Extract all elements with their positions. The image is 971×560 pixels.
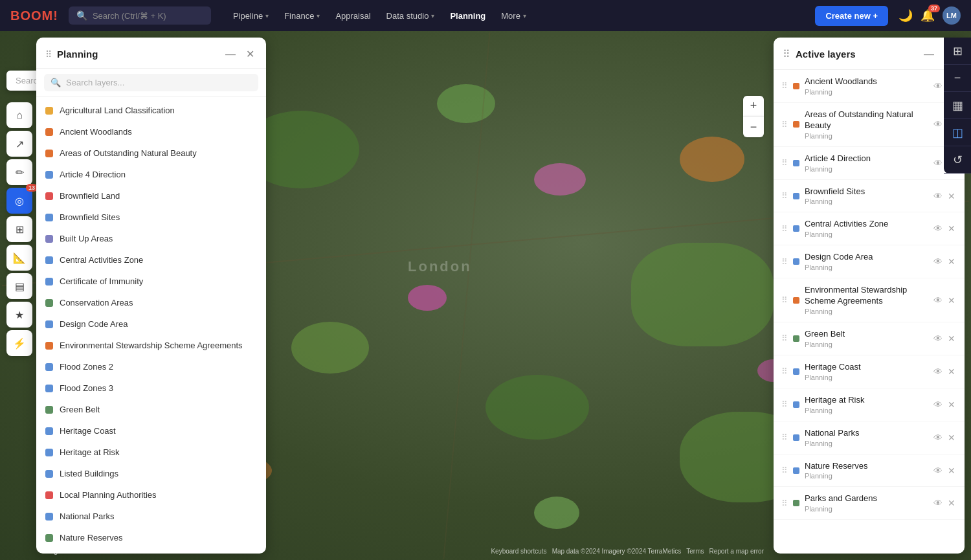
nav-data-studio[interactable]: Data studio ▾ [380,7,441,25]
layer-list-item[interactable]: Nature Reserves [36,527,266,548]
active-layer-remove-button[interactable]: ✕ [946,464,957,477]
active-layer-item[interactable]: ⠿ Parks and Gardens Planning 👁 ✕ [774,487,965,520]
active-layer-item[interactable]: ⠿ Ancient Woodlands Planning 👁 ✕ [774,70,965,103]
layer-list-item[interactable]: Local Planning Authorities [36,484,266,506]
sidebar-home-button[interactable]: ⌂ [6,102,32,128]
active-layer-visibility-button[interactable]: 👁 [932,222,944,235]
sidebar-draw-button[interactable]: ✏ [6,159,32,185]
zoom-in-button[interactable]: + [743,96,764,117]
layer-list-item[interactable]: Agricultural Land Classification [36,100,266,121]
active-layer-item[interactable]: ⠿ Brownfield Sites Planning 👁 ✕ [774,180,965,213]
zoom-out-button[interactable]: − [743,117,764,137]
layer-list-item[interactable]: Brownfield Sites [36,207,266,228]
active-layer-visibility-button[interactable]: 👁 [932,80,944,93]
active-layer-item[interactable]: ⠿ Environmental Stewardship Scheme Agree… [774,278,965,322]
layer-color-dot [45,299,53,307]
layer-list-item[interactable]: Built Up Areas [36,228,266,249]
layer-list-item[interactable]: Design Code Area [36,313,266,335]
sidebar-lightning-button[interactable]: ⚡ [6,330,32,356]
layer-list-item[interactable]: Brownfield Land [36,185,266,207]
active-layer-remove-button[interactable]: ✕ [946,190,957,203]
active-layer-actions: 👁 ✕ [932,464,957,477]
layer-list-item[interactable]: Flood Zones 2 [36,356,266,377]
active-layer-remove-button[interactable]: ✕ [946,332,957,345]
active-layer-remove-button[interactable]: ✕ [946,222,957,235]
layer-list-item[interactable]: Central Activities Zone [36,249,266,271]
active-layer-remove-button[interactable]: ✕ [946,365,957,378]
layer-list-item[interactable]: Parks and Gardens [36,548,266,554]
active-layer-remove-button[interactable]: ✕ [946,497,957,510]
user-avatar[interactable]: LM [943,6,961,25]
layer-list-item[interactable]: Heritage at Risk [36,442,266,463]
active-layer-visibility-button[interactable]: 👁 [932,398,944,411]
active-layer-item[interactable]: ⠿ Design Code Area Planning 👁 ✕ [774,245,965,278]
layer-list-item[interactable]: Areas of Outstanding Natural Beauty [36,142,266,164]
planning-panel-minimize-button[interactable]: — [223,47,238,62]
sidebar-layers-button[interactable]: ▤ [6,273,32,299]
active-layer-item[interactable]: ⠿ Heritage at Risk Planning 👁 ✕ [774,388,965,421]
layer-list-item[interactable]: Article 4 Direction [36,164,266,185]
active-layer-visibility-button[interactable]: 👁 [932,157,944,170]
layer-color-dot [45,491,53,499]
create-new-button[interactable]: Create new + [815,6,888,26]
layer-list-item[interactable]: Certificate of Immunity [36,271,266,292]
active-layer-visibility-button[interactable]: 👁 [932,431,944,444]
layer-list-item[interactable]: Environmental Stewardship Scheme Agreeme… [36,335,266,356]
right-edge-grid-button[interactable]: ⊞ [944,38,971,65]
notifications-icon[interactable]: 🔔 37 [921,8,935,23]
layer-list-item[interactable]: Flood Zones 3 [36,377,266,399]
active-layer-item[interactable]: ⠿ Heritage Coast Planning 👁 ✕ [774,355,965,388]
report-link[interactable]: Report a map error [709,548,764,555]
global-search-input[interactable] [93,11,196,21]
layer-list-item[interactable]: Ancient Woodlands [36,121,266,142]
active-layer-remove-button[interactable]: ✕ [946,294,957,307]
active-layer-visibility-button[interactable]: 👁 [932,332,944,345]
right-edge-table-button[interactable]: ▦ [944,92,971,119]
layer-item-name: Ancient Woodlands [60,127,132,137]
active-layer-visibility-button[interactable]: 👁 [932,497,944,510]
theme-toggle-icon[interactable]: 🌙 [898,8,913,23]
layer-search-input[interactable] [66,78,252,87]
sidebar-measure-button[interactable]: 📐 [6,245,32,271]
active-layer-item[interactable]: ⠿ Article 4 Direction Planning 👁 ✕ [774,147,965,180]
layer-list-item[interactable]: Conservation Areas [36,292,266,313]
global-search[interactable]: 🔍 [69,6,211,25]
active-layer-item[interactable]: ⠿ Areas of Outstanding Natural Beauty Pl… [774,103,965,147]
right-edge-minus-button[interactable]: − [944,65,971,92]
active-layer-visibility-button[interactable]: 👁 [932,294,944,307]
active-layer-visibility-button[interactable]: 👁 [932,190,944,203]
layer-list-item[interactable]: National Parks [36,506,266,527]
sidebar-star-button[interactable]: ★ [6,302,32,328]
active-layer-remove-button[interactable]: ✕ [946,255,957,268]
right-edge-history-button[interactable]: ↺ [944,146,971,174]
sidebar-navigate-button[interactable]: ↗ [6,131,32,157]
active-layer-item[interactable]: ⠿ Central Activities Zone Planning 👁 ✕ [774,212,965,245]
layer-item-name: Conservation Areas [60,298,133,308]
layer-list-item[interactable]: Heritage Coast [36,420,266,442]
keyboard-shortcuts-link[interactable]: Keyboard shortcuts [491,548,546,555]
active-layer-item[interactable]: ⠿ Green Belt Planning 👁 ✕ [774,322,965,355]
terms-link[interactable]: Terms [686,548,704,555]
sidebar-tools: ⌂ ↗ ✏ ◎ 13 ⊞ 📐 ▤ ★ ⚡ [6,102,32,356]
nav-planning[interactable]: Planning [443,7,492,25]
chevron-down-icon: ▾ [265,12,269,19]
active-layer-visibility-button[interactable]: 👁 [932,118,944,131]
active-layer-visibility-button[interactable]: 👁 [932,365,944,378]
sidebar-grid-button[interactable]: ⊞ [6,216,32,242]
active-layer-item[interactable]: ⠿ National Parks Planning 👁 ✕ [774,421,965,454]
nav-more[interactable]: More ▾ [495,7,533,25]
nav-pipeline[interactable]: Pipeline ▾ [227,7,275,25]
active-layer-visibility-button[interactable]: 👁 [932,255,944,268]
right-edge-layers-button[interactable]: ◫ [944,119,971,146]
active-layer-item[interactable]: ⠿ Nature Reserves Planning 👁 ✕ [774,454,965,487]
planning-panel-close-button[interactable]: ✕ [243,47,257,62]
sidebar-target-button[interactable]: ◎ 13 [6,188,32,214]
layer-list-item[interactable]: Listed Buildings [36,463,266,484]
layer-list-item[interactable]: Green Belt [36,399,266,420]
nav-appraisal[interactable]: Appraisal [329,7,377,25]
active-layer-remove-button[interactable]: ✕ [946,431,957,444]
active-panel-minimize-button[interactable]: — [921,47,937,62]
nav-finance[interactable]: Finance ▾ [278,7,326,25]
active-layer-visibility-button[interactable]: 👁 [932,464,944,477]
active-layer-remove-button[interactable]: ✕ [946,398,957,411]
